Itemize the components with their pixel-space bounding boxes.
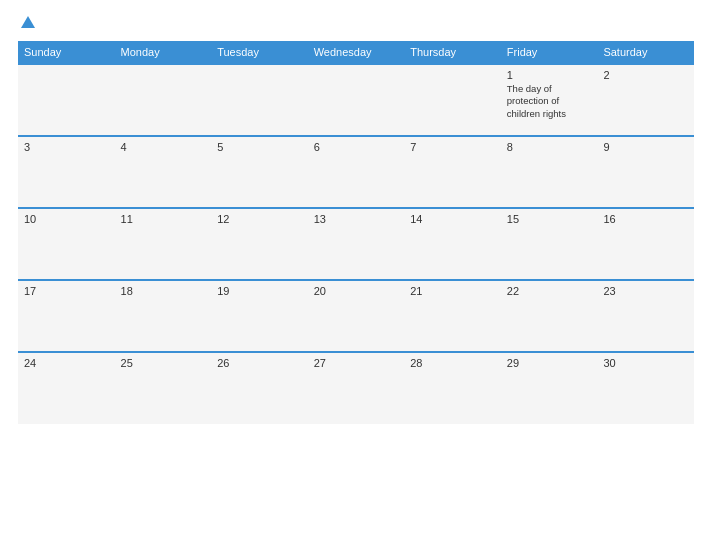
calendar-cell: 27 <box>308 352 405 424</box>
col-header-tuesday: Tuesday <box>211 41 308 64</box>
calendar-cell: 25 <box>115 352 212 424</box>
day-number: 4 <box>121 141 206 153</box>
calendar-cell: 5 <box>211 136 308 208</box>
calendar-cell <box>404 64 501 136</box>
day-number: 30 <box>603 357 688 369</box>
day-number: 19 <box>217 285 302 297</box>
calendar-week-row: 24252627282930 <box>18 352 694 424</box>
calendar-cell: 29 <box>501 352 598 424</box>
calendar-cell: 2 <box>597 64 694 136</box>
calendar-cell: 23 <box>597 280 694 352</box>
calendar-cell: 20 <box>308 280 405 352</box>
calendar-cell <box>308 64 405 136</box>
calendar-week-row: 3456789 <box>18 136 694 208</box>
day-number: 11 <box>121 213 206 225</box>
calendar-cell: 21 <box>404 280 501 352</box>
logo-triangle-icon <box>21 16 35 28</box>
day-number: 17 <box>24 285 109 297</box>
day-number: 6 <box>314 141 399 153</box>
day-number: 25 <box>121 357 206 369</box>
day-number: 3 <box>24 141 109 153</box>
calendar-week-row: 1The day of protection of children right… <box>18 64 694 136</box>
day-number: 29 <box>507 357 592 369</box>
logo <box>18 16 37 29</box>
day-number: 14 <box>410 213 495 225</box>
calendar-cell: 13 <box>308 208 405 280</box>
calendar-cell: 22 <box>501 280 598 352</box>
day-number: 24 <box>24 357 109 369</box>
header <box>18 16 694 29</box>
day-number: 21 <box>410 285 495 297</box>
calendar-cell: 16 <box>597 208 694 280</box>
calendar-cell <box>211 64 308 136</box>
col-header-friday: Friday <box>501 41 598 64</box>
calendar-cell: 10 <box>18 208 115 280</box>
calendar-header-row: SundayMondayTuesdayWednesdayThursdayFrid… <box>18 41 694 64</box>
calendar-cell: 17 <box>18 280 115 352</box>
col-header-thursday: Thursday <box>404 41 501 64</box>
calendar-cell: 15 <box>501 208 598 280</box>
calendar-cell: 11 <box>115 208 212 280</box>
calendar-cell: 28 <box>404 352 501 424</box>
day-number: 12 <box>217 213 302 225</box>
calendar-cell: 6 <box>308 136 405 208</box>
calendar-cell: 18 <box>115 280 212 352</box>
calendar-cell: 26 <box>211 352 308 424</box>
day-number: 16 <box>603 213 688 225</box>
day-number: 8 <box>507 141 592 153</box>
col-header-wednesday: Wednesday <box>308 41 405 64</box>
calendar-table: SundayMondayTuesdayWednesdayThursdayFrid… <box>18 41 694 424</box>
col-header-sunday: Sunday <box>18 41 115 64</box>
calendar-cell: 7 <box>404 136 501 208</box>
day-number: 18 <box>121 285 206 297</box>
day-number: 7 <box>410 141 495 153</box>
col-header-monday: Monday <box>115 41 212 64</box>
calendar-cell <box>18 64 115 136</box>
day-number: 2 <box>603 69 688 81</box>
calendar-cell: 8 <box>501 136 598 208</box>
calendar-week-row: 10111213141516 <box>18 208 694 280</box>
day-number: 28 <box>410 357 495 369</box>
calendar-cell: 9 <box>597 136 694 208</box>
calendar-cell: 24 <box>18 352 115 424</box>
calendar-cell <box>115 64 212 136</box>
calendar-week-row: 17181920212223 <box>18 280 694 352</box>
col-header-saturday: Saturday <box>597 41 694 64</box>
page: SundayMondayTuesdayWednesdayThursdayFrid… <box>0 0 712 550</box>
day-number: 27 <box>314 357 399 369</box>
calendar-cell: 3 <box>18 136 115 208</box>
day-number: 22 <box>507 285 592 297</box>
calendar-cell: 4 <box>115 136 212 208</box>
day-number: 9 <box>603 141 688 153</box>
holiday-text: The day of protection of children rights <box>507 83 592 120</box>
calendar-cell: 14 <box>404 208 501 280</box>
day-number: 1 <box>507 69 592 81</box>
day-number: 13 <box>314 213 399 225</box>
day-number: 20 <box>314 285 399 297</box>
day-number: 10 <box>24 213 109 225</box>
day-number: 23 <box>603 285 688 297</box>
day-number: 26 <box>217 357 302 369</box>
calendar-cell: 19 <box>211 280 308 352</box>
day-number: 5 <box>217 141 302 153</box>
day-number: 15 <box>507 213 592 225</box>
calendar-cell: 30 <box>597 352 694 424</box>
calendar-cell: 12 <box>211 208 308 280</box>
calendar-cell: 1The day of protection of children right… <box>501 64 598 136</box>
